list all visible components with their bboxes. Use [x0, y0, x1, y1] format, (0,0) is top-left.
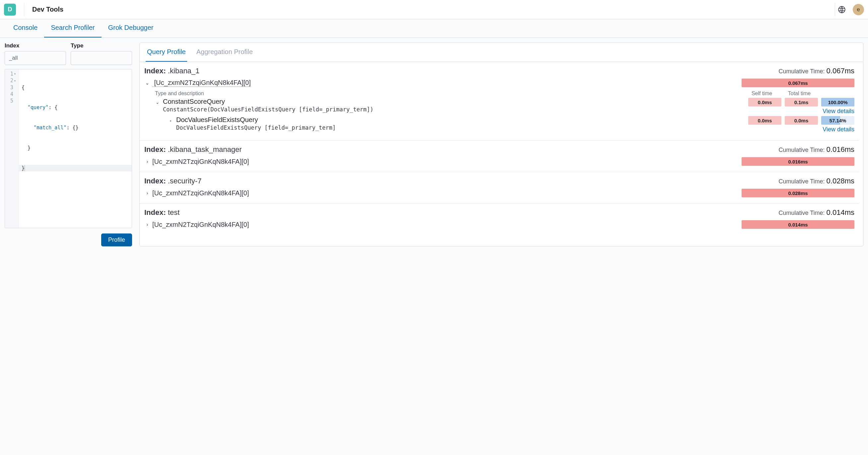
cumulative-time: Cumulative Time: 0.016ms	[779, 145, 855, 154]
tab-grok-debugger[interactable]: Grok Debugger	[101, 19, 160, 37]
bullet-icon: •	[167, 116, 174, 131]
col-total-time: Total time	[780, 91, 818, 97]
shard-name[interactable]: [Uc_zxmN2TzqiGnKqN8k4FA][0]	[152, 189, 249, 197]
self-time-chip: 0.0ms	[748, 116, 781, 125]
result-block: Index: testCumulative Time: 0.014ms›[Uc_…	[140, 204, 859, 235]
index-heading: Index: .kibana_1	[144, 67, 199, 75]
query-type: ConstantScoreQuery	[163, 98, 374, 105]
index-heading: Index: .kibana_task_manager	[144, 145, 242, 154]
app-logo[interactable]: D	[4, 4, 16, 15]
editor-body[interactable]: { "query": { "match_all": {} } }	[19, 69, 132, 228]
query-type: DocValuesFieldExistsQuery	[176, 116, 336, 124]
type-label: Type	[71, 42, 132, 49]
query-tree: Type and descriptionSelf timeTotal time⌄…	[144, 91, 855, 133]
profile-button[interactable]: Profile	[101, 233, 132, 247]
results-panel: Query Profile Aggregation Profile Index:…	[140, 42, 863, 247]
total-time-chip: 0.0ms	[785, 116, 818, 125]
chevron-down-icon[interactable]: ⌄	[154, 98, 160, 113]
index-input[interactable]	[5, 51, 66, 65]
total-time-chip: 0.1ms	[785, 98, 818, 106]
col-self-time: Self time	[744, 91, 780, 97]
shard-time-bar: 0.014ms	[742, 220, 855, 229]
index-heading: Index: test	[144, 208, 180, 217]
col-type-desc: Type and description	[154, 91, 744, 97]
query-description: DocValuesFieldExistsQuery [field=_primar…	[176, 124, 336, 131]
page-title: Dev Tools	[32, 6, 63, 13]
type-input[interactable]	[71, 51, 132, 65]
app-header: D Dev Tools e	[0, 0, 868, 19]
index-heading: Index: .security-7	[144, 177, 202, 185]
cumulative-time: Cumulative Time: 0.028ms	[779, 177, 855, 185]
cumulative-time: Cumulative Time: 0.014ms	[779, 208, 855, 217]
view-details-link[interactable]: View details	[823, 126, 855, 133]
svg-point-0	[838, 6, 845, 13]
news-feed-icon[interactable]	[835, 3, 848, 16]
tab-aggregation-profile[interactable]: Aggregation Profile	[195, 43, 254, 62]
shard-time-bar: 0.067ms	[742, 78, 855, 87]
percent-chip: 100.00%	[821, 98, 855, 106]
shard-time-bar: 0.028ms	[742, 189, 855, 197]
view-details-link[interactable]: View details	[823, 108, 855, 115]
user-avatar[interactable]: e	[853, 4, 864, 15]
shard-time-bar: 0.016ms	[742, 157, 855, 166]
shard-toggle-icon[interactable]: ⌄	[144, 80, 150, 86]
results-list[interactable]: Index: .kibana_1Cumulative Time: 0.067ms…	[140, 62, 863, 235]
result-block: Index: .security-7Cumulative Time: 0.028…	[140, 172, 859, 204]
divider	[24, 3, 24, 16]
editor-gutter: 1▾ 2▾ 3▾ 4▾ 5▾	[5, 69, 19, 228]
query-description: ConstantScore(DocValuesFieldExistsQuery …	[163, 106, 374, 113]
cumulative-time: Cumulative Time: 0.067ms	[779, 67, 855, 75]
shard-name[interactable]: [Uc_zxmN2TzqiGnKqN8k4FA][0]	[152, 79, 251, 87]
tab-query-profile[interactable]: Query Profile	[146, 43, 187, 62]
tabs-bar: Console Search Profiler Grok Debugger	[0, 19, 868, 38]
shard-name[interactable]: [Uc_zxmN2TzqiGnKqN8k4FA][0]	[152, 221, 249, 228]
query-editor[interactable]: 1▾ 2▾ 3▾ 4▾ 5▾ { "query": { "match_all":…	[5, 69, 132, 228]
result-block: Index: .kibana_1Cumulative Time: 0.067ms…	[140, 62, 859, 141]
shard-name[interactable]: [Uc_zxmN2TzqiGnKqN8k4FA][0]	[152, 158, 249, 165]
left-panel: Index Type 1▾ 2▾ 3▾ 4▾ 5▾ { "query": { "…	[5, 42, 132, 247]
shard-toggle-icon[interactable]: ›	[144, 190, 150, 196]
tab-console[interactable]: Console	[7, 19, 44, 37]
result-block: Index: .kibana_task_managerCumulative Ti…	[140, 141, 859, 172]
percent-chip: 57.14%	[821, 116, 855, 125]
index-label: Index	[5, 42, 66, 49]
shard-toggle-icon[interactable]: ›	[144, 222, 150, 227]
shard-toggle-icon[interactable]: ›	[144, 159, 150, 164]
self-time-chip: 0.0ms	[748, 98, 781, 106]
tab-search-profiler[interactable]: Search Profiler	[44, 19, 101, 37]
